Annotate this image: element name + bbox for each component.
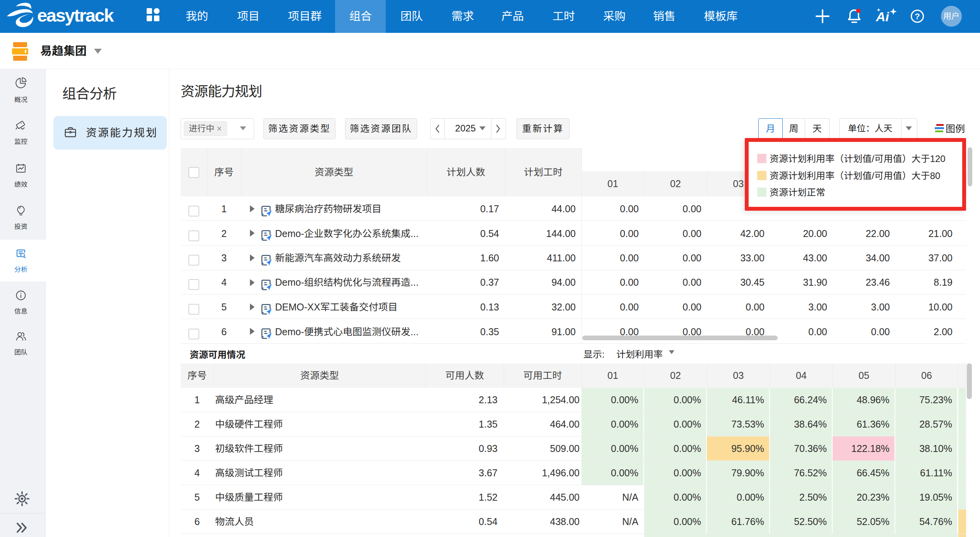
svg-text:?: ? <box>915 12 920 21</box>
svg-text:Ai: Ai <box>876 9 890 24</box>
